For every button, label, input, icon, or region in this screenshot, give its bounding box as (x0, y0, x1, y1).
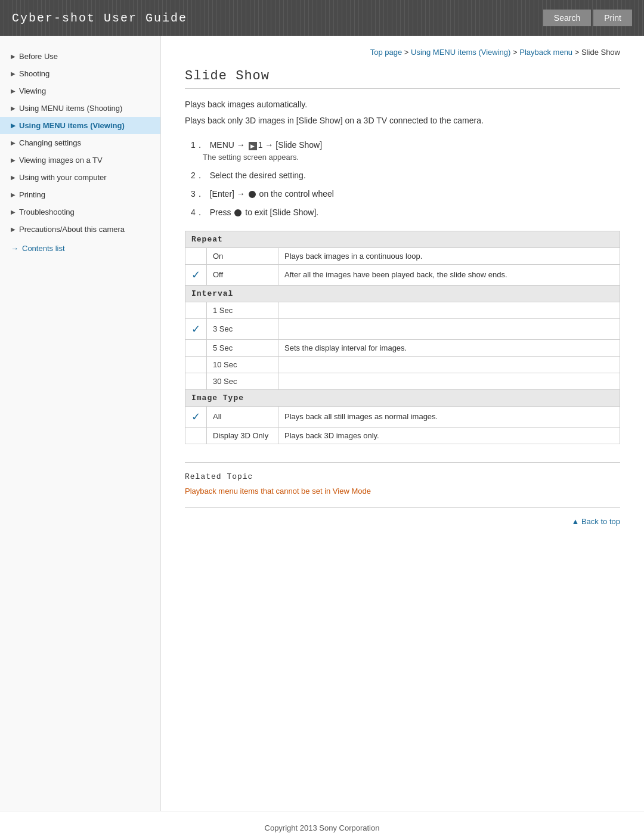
back-to-top-row: ▲ Back to top (185, 507, 620, 534)
breadcrumb-playback-menu[interactable]: Playback menu (519, 48, 572, 57)
arrow-icon: ▶ (11, 140, 16, 146)
interval-1sec-option: 1 Sec (207, 302, 278, 318)
interval-1sec-check (185, 302, 207, 318)
arrow-icon: ▶ (11, 191, 16, 198)
arrow-icon: ▶ (11, 53, 16, 60)
content-intro: Plays back images automatically. Plays b… (185, 98, 620, 127)
interval-5sec-option: 5 Sec (207, 339, 278, 356)
repeat-header-row: Repeat (185, 231, 620, 247)
imagetype-all-check: ✓ (185, 406, 207, 427)
sidebar-item-viewing[interactable]: ▶ Viewing (0, 82, 160, 100)
footer-copyright: Copyright 2013 Sony Corporation (265, 823, 380, 832)
arrow-icon: ▶ (11, 70, 16, 77)
sidebar-item-label: Printing (19, 190, 45, 199)
page-title: Slide Show (185, 69, 620, 89)
interval-section-header: Interval (185, 285, 620, 302)
arrow-icon: ▶ (11, 105, 16, 112)
search-button[interactable]: Search (543, 10, 591, 26)
step-2-text: Select the desired setting. (210, 171, 306, 180)
sidebar-item-menu-shooting[interactable]: ▶ Using MENU items (Shooting) (0, 100, 160, 117)
repeat-off-check: ✓ (185, 264, 207, 285)
interval-30sec-desc (278, 373, 620, 389)
breadcrumb-current: Slide Show (581, 48, 620, 57)
repeat-on-desc: Plays back images in a continuous loop. (278, 247, 620, 264)
contents-link-label: Contents list (22, 244, 65, 253)
interval-30sec-option: 30 Sec (207, 373, 278, 389)
repeat-off-desc: After all the images have been played ba… (278, 264, 620, 285)
repeat-on-check (185, 247, 207, 264)
sidebar-item-menu-viewing[interactable]: ▶ Using MENU items (Viewing) (0, 117, 160, 134)
step-1: 1． MENU → ▶1 → [Slide Show] The setting … (191, 139, 620, 163)
related-topic: Related Topic Playback menu items that c… (185, 462, 620, 496)
back-to-top-link[interactable]: ▲ Back to top (571, 517, 620, 526)
main-container: ▶ Before Use ▶ Shooting ▶ Viewing ▶ Usin… (0, 36, 644, 811)
step-1-menu: MENU → (210, 140, 247, 150)
sidebar-item-printing[interactable]: ▶ Printing (0, 186, 160, 203)
steps-list: 1． MENU → ▶1 → [Slide Show] The setting … (191, 139, 620, 219)
breadcrumb-sep3: > (575, 48, 581, 57)
interval-10sec-desc (278, 356, 620, 373)
sidebar-item-label: Using MENU items (Shooting) (19, 104, 122, 113)
imagetype-all-option: All (207, 406, 278, 427)
sidebar-item-label: Changing settings (19, 138, 81, 147)
sidebar-item-troubleshooting[interactable]: ▶ Troubleshooting (0, 203, 160, 221)
interval-3sec-option: 3 Sec (207, 318, 278, 339)
sidebar-item-using-computer[interactable]: ▶ Using with your computer (0, 169, 160, 186)
arrow-icon: ▶ (11, 209, 16, 215)
sidebar-item-label: Before Use (19, 52, 58, 61)
sidebar-item-label: Precautions/About this camera (19, 225, 125, 234)
print-button[interactable]: Print (593, 10, 632, 26)
related-topic-title: Related Topic (185, 472, 620, 481)
related-topic-link[interactable]: Playback menu items that cannot be set i… (185, 487, 371, 496)
arrow-icon: ▶ (11, 226, 16, 233)
interval-3sec-row: ✓ 3 Sec (185, 318, 620, 339)
step-3-text: [Enter] → on the control wheel (210, 189, 334, 199)
imagetype-3d-desc: Plays back 3D images only. (278, 427, 620, 444)
sidebar-item-label: Using MENU items (Viewing) (19, 121, 125, 130)
step-num-3: 3． (191, 189, 204, 199)
breadcrumb-menu-viewing[interactable]: Using MENU items (Viewing) (411, 48, 510, 57)
breadcrumb-top[interactable]: Top page (370, 48, 402, 57)
sidebar-item-shooting[interactable]: ▶ Shooting (0, 65, 160, 82)
breadcrumb-sep2: > (513, 48, 519, 57)
repeat-off-row: ✓ Off After all the images have been pla… (185, 264, 620, 285)
sidebar-item-precautions[interactable]: ▶ Precautions/About this camera (0, 221, 160, 238)
checkmark-icon: ✓ (191, 269, 200, 281)
imagetype-header-row: Image Type (185, 389, 620, 406)
intro-line-2: Plays back only 3D images in [Slide Show… (185, 114, 620, 127)
footer: Copyright 2013 Sony Corporation (0, 811, 644, 833)
interval-1sec-desc (278, 302, 620, 318)
checkmark-icon-3: ✓ (191, 411, 200, 423)
interval-10sec-option: 10 Sec (207, 356, 278, 373)
sidebar-item-before-use[interactable]: ▶ Before Use (0, 48, 160, 65)
arrow-icon: ▶ (11, 174, 16, 181)
imagetype-3d-row: Display 3D Only Plays back 3D images onl… (185, 427, 620, 444)
breadcrumb-sep: > (404, 48, 411, 57)
imagetype-3d-option: Display 3D Only (207, 427, 278, 444)
interval-5sec-desc: Sets the display interval for images. (278, 339, 620, 356)
sidebar-item-label: Shooting (19, 69, 49, 78)
sidebar-item-label: Viewing images on a TV (19, 156, 103, 165)
right-arrow-icon: → (11, 244, 18, 253)
arrow-icon: ▶ (11, 157, 16, 163)
step-4-text: Press to exit [Slide Show]. (210, 208, 319, 217)
interval-5sec-check (185, 339, 207, 356)
imagetype-3d-check (185, 427, 207, 444)
imagetype-all-row: ✓ All Plays back all still images as nor… (185, 406, 620, 427)
sidebar-item-viewing-tv[interactable]: ▶ Viewing images on a TV (0, 151, 160, 169)
header-buttons: Search Print (543, 10, 632, 26)
step-num-4: 4． (191, 208, 204, 217)
step-num-1: 1． (191, 140, 204, 150)
intro-line-1: Plays back images automatically. (185, 98, 620, 111)
interval-3sec-check: ✓ (185, 318, 207, 339)
arrow-icon: ▶ (11, 88, 16, 94)
step-3: 3． [Enter] → on the control wheel (191, 188, 620, 200)
interval-3sec-desc (278, 318, 620, 339)
arrow-icon: ▶ (11, 122, 16, 129)
imagetype-all-desc: Plays back all still images as normal im… (278, 406, 620, 427)
interval-10sec-check (185, 356, 207, 373)
interval-5sec-row: 5 Sec Sets the display interval for imag… (185, 339, 620, 356)
circle-symbol (249, 191, 256, 198)
contents-list-link[interactable]: → Contents list (0, 238, 160, 259)
sidebar-item-changing-settings[interactable]: ▶ Changing settings (0, 134, 160, 151)
